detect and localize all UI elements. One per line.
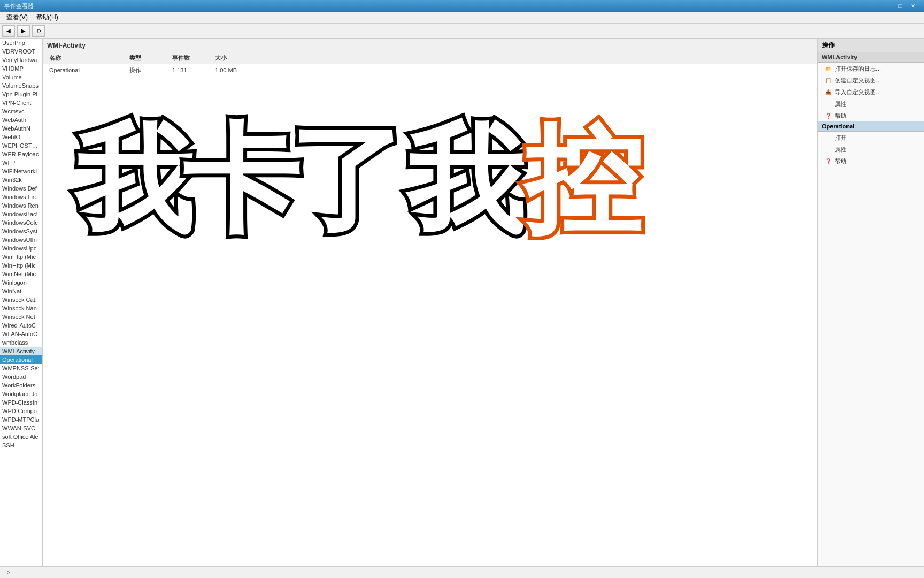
character-display: 我 卡 了 我 控 — [59, 92, 647, 306]
properties-2-icon — [824, 145, 833, 154]
sidebar-item[interactable]: WPD-ClassIn — [0, 398, 42, 407]
toolbar-forward-btn[interactable]: ▶ — [17, 25, 30, 37]
right-panel-title: 操作 — [822, 41, 835, 50]
right-section-2: Operational — [818, 121, 924, 132]
svg-text:卡: 卡 — [182, 114, 300, 246]
sidebar-item[interactable]: WiFiNetworkI — [0, 167, 42, 176]
sidebar-item[interactable]: WindowsUpc — [0, 244, 42, 253]
right-item-properties-1[interactable]: 属性 — [818, 98, 924, 110]
sidebar-item[interactable]: VPN-Client — [0, 98, 42, 107]
right-item-properties-2[interactable]: 属性 — [818, 143, 924, 155]
char-ka: 卡 — [182, 114, 300, 246]
sidebar-item[interactable]: Wcmsvc — [0, 107, 42, 116]
sidebar-item[interactable]: WMPNSS-Se: — [0, 364, 42, 372]
sidebar-item[interactable]: Wordpad — [0, 372, 42, 381]
sidebar-item[interactable]: Vpn Plugin Pl — [0, 90, 42, 98]
right-item-open[interactable]: 打开 — [818, 132, 924, 143]
right-item-help-1[interactable]: ❓ 帮助 — [818, 110, 924, 121]
svg-text:控: 控 — [522, 114, 642, 246]
char-le: 了 — [289, 114, 406, 246]
status-bar: > — [0, 566, 924, 578]
sidebar-item[interactable]: WER-Payloac — [0, 150, 42, 158]
right-panel: 操作 WMI-Activity 📂 打开保存的日志... 📋 创建自定义视图..… — [817, 39, 924, 566]
svg-text:我: 我 — [405, 114, 525, 246]
drawing-area: 我 卡 了 我 控 — [43, 76, 817, 566]
close-btn[interactable]: ✕ — [906, 3, 920, 10]
sidebar-item[interactable]: WebAuthN — [0, 124, 42, 133]
row-name: Operational — [45, 67, 125, 73]
open-log-icon: 📂 — [824, 64, 833, 73]
title-bar: 事件查看器 ─ □ ✕ — [0, 0, 924, 12]
sidebar-item[interactable]: Workplace Jo — [0, 390, 42, 398]
sidebar-item[interactable]: SSH — [0, 441, 42, 450]
sidebar-item[interactable]: VolumeSnaps — [0, 81, 42, 90]
content-title: WMI-Activity — [47, 42, 86, 49]
help-1-icon: ❓ — [824, 111, 833, 120]
sidebar-item[interactable]: WindowsColc — [0, 218, 42, 227]
sidebar-item[interactable]: Windows Fire — [0, 193, 42, 201]
sidebar-item[interactable]: WLAN-AutoC — [0, 330, 42, 338]
sidebar[interactable]: UserPnpVDRVROOTVerifyHardwaVHDMPVolumeVo… — [0, 39, 43, 566]
sidebar-item[interactable]: WEPHOSTSVC — [0, 141, 42, 150]
sidebar-item[interactable]: Win32k — [0, 176, 42, 184]
sidebar-item[interactable]: WinNat — [0, 287, 42, 295]
sidebar-item[interactable]: Windows Ren — [0, 201, 42, 210]
sidebar-item[interactable]: soft Office Ale — [0, 432, 42, 441]
right-item-open-log[interactable]: 📂 打开保存的日志... — [818, 63, 924, 74]
sidebar-item[interactable]: WPD-Compo — [0, 407, 42, 415]
sidebar-item[interactable]: UserPnp — [0, 39, 42, 47]
toolbar-back-btn[interactable]: ◀ — [2, 25, 15, 37]
sidebar-item[interactable]: WPD-MTPCla — [0, 415, 42, 424]
sidebar-item[interactable]: WebIO — [0, 133, 42, 141]
status-arrow[interactable]: > — [4, 567, 13, 579]
sidebar-item[interactable]: WinHttp (Mic — [0, 253, 42, 261]
svg-text:了: 了 — [289, 114, 406, 246]
sidebar-item[interactable]: Winsock Cat: — [0, 295, 42, 304]
right-item-help-2[interactable]: ❓ 帮助 — [818, 155, 924, 167]
char-wo-2: 我 — [405, 114, 525, 246]
sidebar-item[interactable]: WindowsBac! — [0, 210, 42, 218]
create-view-icon: 📋 — [824, 76, 833, 85]
sidebar-item[interactable]: WFP — [0, 158, 42, 167]
menu-help[interactable]: 帮助(H) — [32, 12, 63, 23]
minimize-btn[interactable]: ─ — [882, 3, 895, 9]
sidebar-item[interactable]: WindowsUIIn — [0, 235, 42, 244]
menu-bar: 查看(V) 帮助(H) — [0, 12, 924, 24]
sidebar-item[interactable]: Winlogon — [0, 278, 42, 287]
menu-view[interactable]: 查看(V) — [2, 12, 32, 23]
sidebar-item[interactable]: wmbclass — [0, 338, 42, 347]
sidebar-item[interactable]: WinINet (Mic — [0, 270, 42, 278]
maximize-btn[interactable]: □ — [894, 3, 906, 9]
sidebar-item[interactable]: Operational — [0, 355, 42, 364]
col-header-name[interactable]: 名称 — [45, 54, 125, 62]
sidebar-item[interactable]: Wired-AutoC — [0, 321, 42, 330]
col-header-size[interactable]: 大小 — [211, 54, 264, 62]
sidebar-item[interactable]: VerifyHardwa — [0, 56, 42, 64]
sidebar-item[interactable]: WWAN-SVC- — [0, 424, 42, 432]
sidebar-item[interactable]: WebAuth — [0, 116, 42, 124]
main-layout: UserPnpVDRVROOTVerifyHardwaVHDMPVolumeVo… — [0, 39, 924, 566]
sidebar-item[interactable]: Winsock Nan — [0, 304, 42, 313]
properties-1-icon — [824, 100, 833, 108]
sidebar-item[interactable]: Volume — [0, 73, 42, 81]
char-kong: 控 — [522, 114, 647, 246]
table-header: 名称 类型 事件数 大小 — [43, 52, 817, 64]
sidebar-item[interactable]: Winsock Net — [0, 313, 42, 321]
right-item-import-view[interactable]: 📥 导入自定义视图... — [818, 86, 924, 98]
open-icon — [824, 133, 833, 142]
row-events: 1,131 — [168, 67, 211, 73]
sidebar-item[interactable]: Windows Def — [0, 184, 42, 193]
sidebar-item[interactable]: WMI-Activity — [0, 347, 42, 355]
sidebar-item[interactable]: VDRVROOT — [0, 47, 42, 56]
right-item-create-view[interactable]: 📋 创建自定义视图... — [818, 74, 924, 86]
col-header-type[interactable]: 类型 — [125, 54, 168, 62]
right-section-1: WMI-Activity — [818, 52, 924, 63]
col-header-events[interactable]: 事件数 — [168, 54, 211, 62]
toolbar-properties-btn[interactable]: ⚙ — [32, 25, 45, 37]
sidebar-item[interactable]: WorkFolders — [0, 381, 42, 390]
table-row[interactable]: Operational 操作 1,131 1.00 MB — [43, 64, 817, 76]
svg-text:我: 我 — [74, 114, 193, 246]
sidebar-item[interactable]: WindowsSyst — [0, 227, 42, 235]
sidebar-item[interactable]: VHDMP — [0, 64, 42, 73]
sidebar-item[interactable]: WinHttp (Mic — [0, 261, 42, 270]
